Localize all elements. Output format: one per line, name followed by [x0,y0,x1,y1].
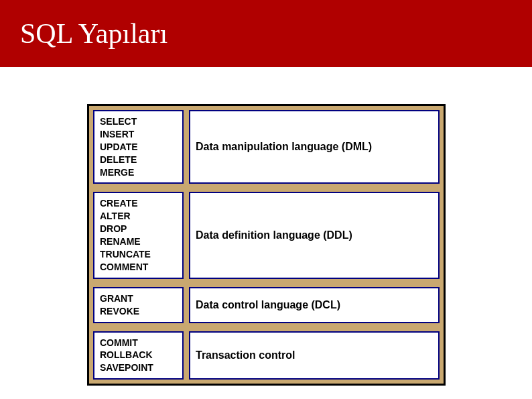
page-title: SQL Yapıları [20,17,168,50]
sql-command: MERGE [100,166,177,179]
table-row: GRANT REVOKE Data control language (DCL) [89,283,444,327]
sql-command: REVOKE [100,305,177,318]
sql-command: TRUNCATE [100,248,177,261]
sql-command: SAVEPOINT [100,361,177,374]
slide-header: SQL Yapıları [0,0,532,67]
description-cell-dcl: Data control language (DCL) [189,287,440,323]
commands-cell-dml: SELECT INSERT UPDATE DELETE MERGE [93,110,184,184]
description-cell-tx: Transaction control [189,331,440,380]
sql-command: INSERT [100,128,177,141]
commands-cell-tx: COMMIT ROLLBACK SAVEPOINT [93,331,184,380]
sql-command: GRANT [100,292,177,305]
commands-cell-dcl: GRANT REVOKE [93,287,184,323]
sql-command: COMMIT [100,337,177,349]
sql-command: DROP [100,223,177,235]
sql-command: UPDATE [100,141,177,154]
sql-command: COMMENT [100,261,177,274]
sql-command: SELECT [100,115,177,128]
commands-cell-ddl: CREATE ALTER DROP RENAME TRUNCATE COMMEN… [93,192,184,278]
content-area: SELECT INSERT UPDATE DELETE MERGE Data m… [0,67,532,386]
description-cell-ddl: Data definition language (DDL) [189,192,440,278]
sql-command: ALTER [100,210,177,223]
table-row: CREATE ALTER DROP RENAME TRUNCATE COMMEN… [89,188,444,282]
sql-command: ROLLBACK [100,349,177,361]
sql-command: DELETE [100,154,177,166]
table-row: COMMIT ROLLBACK SAVEPOINT Transaction co… [89,327,444,384]
sql-command: RENAME [100,235,177,248]
sql-categories-table: SELECT INSERT UPDATE DELETE MERGE Data m… [87,104,446,386]
sql-command: CREATE [100,197,177,210]
table-row: SELECT INSERT UPDATE DELETE MERGE Data m… [89,106,444,188]
description-cell-dml: Data manipulation language (DML) [189,110,440,184]
